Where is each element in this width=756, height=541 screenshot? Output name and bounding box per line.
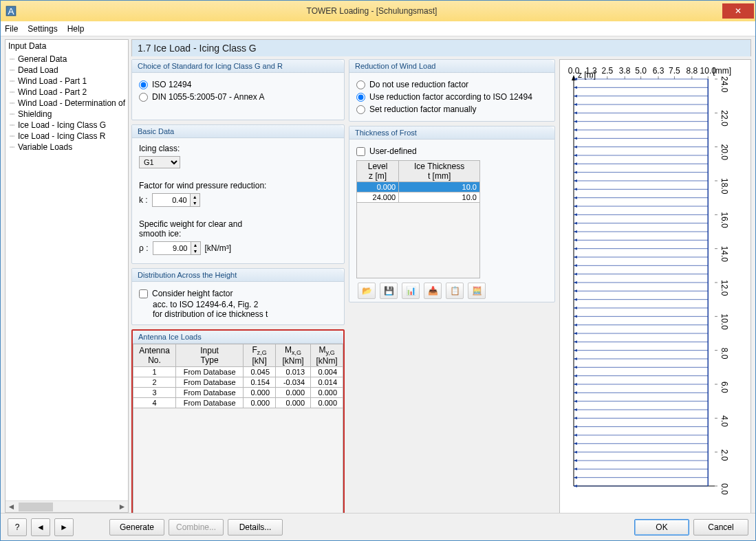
rho-input[interactable]: ▲▼ <box>153 241 201 255</box>
check-user-defined[interactable]: User-defined <box>356 145 548 157</box>
svg-marker-142 <box>574 103 577 106</box>
close-button[interactable]: ✕ <box>722 3 754 19</box>
svg-marker-102 <box>574 273 577 276</box>
svg-marker-84 <box>574 349 577 352</box>
svg-marker-82 <box>574 357 577 360</box>
svg-text:A: A <box>8 6 14 16</box>
nav-dead-load[interactable]: Dead Load <box>11 65 125 76</box>
svg-marker-72 <box>574 400 577 403</box>
svg-text:4.0: 4.0 <box>720 415 729 427</box>
svg-marker-120 <box>574 197 577 199</box>
save-icon[interactable]: 💾 <box>380 283 398 299</box>
svg-marker-108 <box>574 247 577 250</box>
excel-export-icon[interactable]: 📊 <box>402 283 420 299</box>
generate-button[interactable]: Generate <box>109 519 164 536</box>
svg-text:8.0: 8.0 <box>720 348 729 360</box>
menu-settings[interactable]: Settings <box>28 24 57 34</box>
svg-marker-70 <box>574 408 577 411</box>
antenna-row: 1From Database0.0450.0130.004 <box>133 367 343 377</box>
svg-marker-122 <box>574 188 577 190</box>
nav-variable[interactable]: Variable Loads <box>11 142 125 153</box>
ok-button[interactable]: OK <box>634 519 689 536</box>
svg-marker-138 <box>574 120 577 123</box>
frost-table[interactable]: Levelz [m]Ice Thicknesst [mm] 0.00010.0 … <box>356 160 480 203</box>
svg-marker-124 <box>574 179 577 182</box>
check-height-factor[interactable]: Consider height factor <box>139 287 337 300</box>
svg-text:7.5: 7.5 <box>669 66 680 76</box>
scroll-thumb[interactable] <box>19 503 53 511</box>
svg-text:6.3: 6.3 <box>653 66 665 76</box>
svg-marker-52 <box>574 485 577 487</box>
svg-marker-114 <box>574 222 577 225</box>
svg-text:16.0: 16.0 <box>720 212 729 228</box>
rho-label-1: Specific weight for clear and <box>139 219 337 229</box>
svg-marker-104 <box>574 264 577 267</box>
group-reduction: Reduction of Wind Load Do not use reduct… <box>349 59 555 122</box>
svg-marker-128 <box>574 162 577 165</box>
frost-row: 0.00010.0 <box>357 182 480 192</box>
open-icon[interactable]: 📂 <box>358 283 376 299</box>
k-input[interactable]: ▲▼ <box>152 193 200 207</box>
svg-text:2.0: 2.0 <box>720 450 729 461</box>
nav-shielding[interactable]: Shielding <box>11 109 125 120</box>
next-button[interactable]: ► <box>54 518 74 536</box>
svg-text:8.8: 8.8 <box>686 66 698 76</box>
svg-marker-132 <box>574 146 577 148</box>
cancel-button[interactable]: Cancel <box>693 519 748 536</box>
radio-manual-reduction[interactable]: Set reduction factor manually <box>356 103 548 115</box>
svg-text:2.5: 2.5 <box>601 66 613 76</box>
scroll-right-icon[interactable]: ► <box>116 502 128 511</box>
svg-marker-110 <box>574 239 577 241</box>
frost-row: 24.00010.0 <box>357 192 480 203</box>
copy-icon[interactable]: 📋 <box>446 283 464 299</box>
svg-marker-76 <box>574 383 577 386</box>
group-distribution: Distribution Across the Height Consider … <box>131 268 345 325</box>
nav-ice-r[interactable]: Ice Load - Icing Class R <box>11 131 125 142</box>
svg-marker-78 <box>574 375 577 377</box>
radio-din1055[interactable]: DIN 1055-5:2005-07 - Annex A <box>139 91 337 103</box>
window-title: TOWER Loading - [Schulungsmast] <box>21 6 722 16</box>
svg-marker-86 <box>574 340 577 343</box>
prev-button[interactable]: ◄ <box>31 518 50 536</box>
check-line3: for distribution of ice thickness t <box>139 309 337 319</box>
app-icon: A <box>5 5 17 17</box>
svg-text:[mm]: [mm] <box>713 66 731 76</box>
combine-button[interactable]: Combine... <box>169 519 224 536</box>
antenna-table[interactable]: AntennaNo. InputType Fz,G[kN] Mx,G[kNm] … <box>133 344 343 408</box>
sidebar-head: Input Data <box>6 40 128 52</box>
titlebar: A TOWER Loading - [Schulungsmast] ✕ <box>1 1 755 21</box>
svg-marker-98 <box>574 289 577 292</box>
antenna-row: 2From Database0.154-0.0340.014 <box>133 377 343 388</box>
radio-iso-reduction[interactable]: Use reduction factor according to ISO 12… <box>356 91 548 103</box>
svg-marker-66 <box>574 426 577 428</box>
svg-text:10.0: 10.0 <box>720 313 729 330</box>
rho-label-2: smooth ice: <box>139 229 337 239</box>
radio-no-reduction[interactable]: Do not use reduction factor <box>356 78 548 91</box>
footer: ? ◄ ► Generate Combine... Details... OK … <box>1 513 755 540</box>
svg-marker-100 <box>574 281 577 284</box>
svg-marker-54 <box>574 476 577 479</box>
svg-marker-146 <box>574 86 577 89</box>
icing-class-select[interactable]: G1 <box>139 156 180 168</box>
nav-general-data[interactable]: General Data <box>11 54 125 65</box>
calculator-icon[interactable]: 🧮 <box>468 283 486 299</box>
menu-file[interactable]: File <box>5 24 18 34</box>
svg-text:24.0: 24.0 <box>720 76 729 93</box>
nav-wind-1[interactable]: Wind Load - Part 1 <box>11 76 125 87</box>
k-label: k : <box>139 195 148 205</box>
group-reduction-title: Reduction of Wind Load <box>349 60 554 73</box>
help-button[interactable]: ? <box>8 518 27 536</box>
svg-text:14.0: 14.0 <box>720 246 729 263</box>
svg-marker-136 <box>574 129 577 131</box>
scroll-left-icon[interactable]: ◄ <box>6 502 17 511</box>
nav-wind-g[interactable]: Wind Load - Determination of G <box>11 98 125 109</box>
radio-iso12494[interactable]: ISO 12494 <box>139 78 337 91</box>
sidebar-scrollbar[interactable]: ◄ ► <box>6 500 128 512</box>
menu-help[interactable]: Help <box>67 24 85 34</box>
excel-import-icon[interactable]: 📥 <box>424 283 442 299</box>
nav-ice-g[interactable]: Ice Load - Icing Class G <box>11 120 125 131</box>
group-basic-title: Basic Data <box>132 125 344 138</box>
details-button[interactable]: Details... <box>228 519 283 536</box>
svg-marker-58 <box>574 459 577 462</box>
nav-wind-2[interactable]: Wind Load - Part 2 <box>11 87 125 98</box>
